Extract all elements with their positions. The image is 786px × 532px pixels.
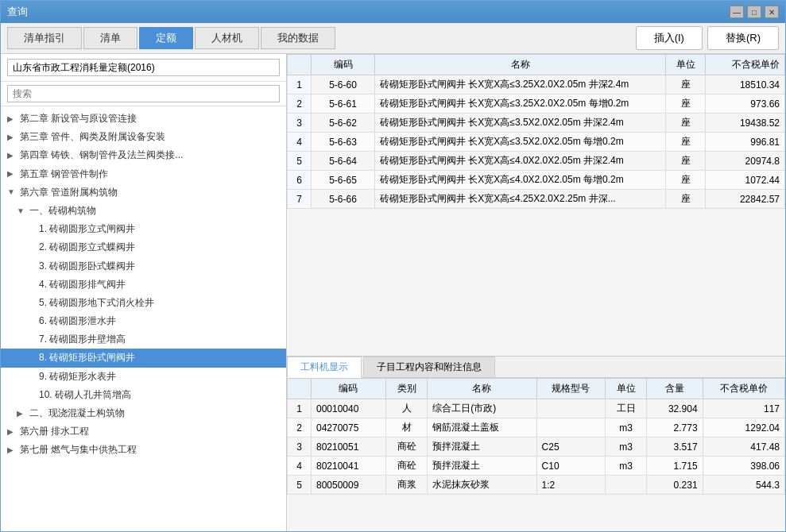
tree-item[interactable]: 3. 砖砌圆形卧式蝶阀井	[1, 257, 286, 276]
tab-qingdan-zhiyin[interactable]: 清单指引	[7, 27, 82, 49]
table-row[interactable]: 7 5-6-66 砖砌矩形卧式闸阀井 长X宽X高≤4.25X2.0X2.25m …	[288, 190, 785, 209]
collapsed-arrow-icon: ▶	[7, 131, 17, 144]
tree-item[interactable]: 10. 砖砌人孔井筒增高	[1, 386, 286, 404]
tab-mydata[interactable]: 我的数据	[261, 27, 335, 49]
table-row[interactable]: 3 5-6-62 砖砌矩形卧式闸阀井 长X宽X高≤3.5X2.0X2.05m 井…	[288, 114, 785, 133]
minimize-button[interactable]: —	[730, 6, 744, 18]
tab-qingdan[interactable]: 清单	[83, 27, 137, 49]
tab-zixiang[interactable]: 子目工程内容和附注信息	[363, 357, 495, 377]
expanded-arrow-icon: ▼	[17, 205, 26, 218]
row-category: 商砼	[385, 438, 427, 457]
tree-item[interactable]: 7. 砖砌圆形井壁增高	[1, 330, 286, 349]
tree-item[interactable]: 5. 砖砌圆形地下式消火栓井	[1, 294, 286, 312]
tree-item-label: 第六册 排水工程	[20, 424, 89, 439]
tree-item[interactable]: ▶第二章 新设管与原设管连接	[1, 110, 286, 128]
row-price: 19438.52	[706, 114, 785, 133]
title-bar: 查询 — □ ✕	[1, 1, 785, 23]
bottom-col-code: 编码	[312, 379, 386, 399]
tree-item-label: 第二章 新设管与原设管连接	[20, 111, 137, 126]
tree-item-label: 第七册 燃气与集中供热工程	[20, 442, 137, 457]
tab-dinge[interactable]: 定额	[139, 27, 193, 49]
row-amount: 2.773	[647, 418, 703, 438]
close-button[interactable]: ✕	[765, 6, 779, 18]
row-unit: m3	[605, 418, 646, 438]
collapsed-arrow-icon: ▶	[7, 113, 17, 125]
search-input[interactable]	[7, 85, 280, 102]
row-name: 综合工日(市政)	[428, 399, 536, 418]
row-spec: C25	[536, 438, 605, 457]
tree-item[interactable]: 2. 砖砌圆形立式蝶阀井	[1, 238, 286, 256]
table-row[interactable]: 1 00010040 人 综合工日(市政) 工日 32.904 117	[288, 399, 785, 418]
tree-item-label: 3. 砖砌圆形卧式蝶阀井	[39, 259, 135, 274]
tree-item[interactable]: 4. 砖砌圆形排气阀井	[1, 276, 286, 294]
table-row[interactable]: 4 5-6-63 砖砌矩形卧式闸阀井 长X宽X高≤3.5X2.0X2.05m 每…	[288, 133, 785, 152]
tree-item[interactable]: ▶第六册 排水工程	[1, 422, 286, 441]
row-amount: 0.231	[647, 476, 703, 495]
row-num: 3	[288, 438, 312, 457]
table-row[interactable]: 5 80050009 商浆 水泥抹灰砂浆 1:2 0.231 544.3	[288, 476, 785, 495]
bottom-col-amount: 含量	[647, 379, 703, 399]
row-num: 1	[288, 399, 312, 418]
expanded-arrow-icon: ▼	[7, 186, 17, 199]
bottom-table-container: 编码 类别 名称 规格型号 单位 含量 不含税单价 1 00010040 人	[287, 378, 785, 531]
replace-button[interactable]: 替换(R)	[707, 26, 779, 50]
row-price: 1072.44	[706, 171, 785, 190]
tree-item[interactable]: ▼一、砖砌构筑物	[1, 202, 286, 220]
tree-item[interactable]: 1. 砖砌圆形立式闸阀井	[1, 220, 286, 238]
table-row[interactable]: 5 5-6-64 砖砌矩形卧式闸阀井 长X宽X高≤4.0X2.0X2.05m 井…	[288, 152, 785, 171]
col-num-header	[288, 55, 312, 75]
row-amount: 3.517	[647, 438, 703, 457]
insert-button[interactable]: 插入(I)	[636, 26, 703, 50]
tree-item[interactable]: 9. 砖砌矩形水表井	[1, 368, 286, 386]
tree-item[interactable]: ▶第三章 管件、阀类及附属设备安装	[1, 128, 286, 146]
bottom-tabs: 工料机显示 子目工程内容和附注信息	[287, 357, 785, 378]
table-row[interactable]: 1 5-6-60 砖砌矩形卧式闸阀井 长X宽X高≤3.25X2.0X2.05m …	[288, 75, 785, 94]
row-code: 80050009	[312, 476, 386, 495]
tree-item-label: 第三章 管件、阀类及附属设备安装	[20, 129, 165, 145]
main-content: 山东省市政工程消耗量定额(2016) ▶第二章 新设管与原设管连接▶第三章 管件…	[1, 54, 785, 531]
dropdown-row: 山东省市政工程消耗量定额(2016)	[1, 54, 286, 82]
row-name: 砖砌矩形卧式闸阀井 长X宽X高≤4.25X2.0X2.25m 井深...	[375, 190, 666, 209]
restore-button[interactable]: □	[747, 6, 761, 18]
tree-item[interactable]: 8. 砖砌矩形卧式闸阀井	[1, 349, 286, 367]
row-num: 4	[288, 457, 312, 476]
collapsed-arrow-icon: ▶	[7, 168, 17, 180]
row-code: 5-6-62	[312, 114, 375, 133]
row-unit: 工日	[605, 399, 646, 418]
tree-item[interactable]: ▶第七册 燃气与集中供热工程	[1, 441, 286, 459]
tree-item[interactable]: ▼第六章 管道附属构筑物	[1, 183, 286, 202]
row-code: 5-6-66	[312, 190, 375, 209]
main-window: 查询 — □ ✕ 清单指引 清单 定额 人材机 我的数据 插入(I) 替换(R)…	[0, 0, 786, 532]
table-row[interactable]: 2 04270075 材 钢筋混凝土盖板 m3 2.773 1292.04	[288, 418, 785, 438]
table-row[interactable]: 6 5-6-65 砖砌矩形卧式闸阀井 长X宽X高≤4.0X2.0X2.05m 每…	[288, 171, 785, 190]
row-price: 398.06	[703, 457, 784, 476]
row-name: 预拌混凝土	[428, 438, 536, 457]
tab-gongliaoji[interactable]: 工料机显示	[287, 357, 362, 378]
tab-rencaiji[interactable]: 人材机	[195, 27, 259, 49]
table-row[interactable]: 2 5-6-61 砖砌矩形卧式闸阀井 长X宽X高≤3.25X2.0X2.05m …	[288, 94, 785, 114]
row-name: 水泥抹灰砂浆	[428, 476, 536, 495]
bottom-col-spec: 规格型号	[536, 379, 605, 399]
row-code: 80210051	[312, 438, 386, 457]
table-row[interactable]: 3 80210051 商砼 预拌混凝土 C25 m3 3.517 417.48	[288, 438, 785, 457]
row-name: 砖砌矩形卧式闸阀井 长X宽X高≤4.0X2.0X2.05m 井深2.4m	[375, 152, 666, 171]
row-num: 3	[288, 114, 312, 133]
row-code: 00010040	[312, 399, 386, 418]
row-spec	[536, 418, 605, 438]
row-num: 7	[288, 190, 312, 209]
table-row[interactable]: 4 80210041 商砼 预拌混凝土 C10 m3 1.715 398.06	[288, 457, 785, 476]
row-name: 砖砌矩形卧式闸阀井 长X宽X高≤3.5X2.0X2.05m 井深2.4m	[375, 114, 666, 133]
tree-item-label: 10. 砖砌人孔井筒增高	[39, 387, 131, 403]
tree-item[interactable]: ▶第五章 钢管管件制作	[1, 165, 286, 183]
row-num: 5	[288, 476, 312, 495]
row-category: 人	[385, 399, 427, 418]
row-category: 商砼	[385, 457, 427, 476]
col-price-header: 不含税单价	[706, 55, 785, 75]
quota-dropdown[interactable]: 山东省市政工程消耗量定额(2016)	[7, 59, 280, 76]
row-num: 5	[288, 152, 312, 171]
tree-item[interactable]: ▶二、现浇混凝土构筑物	[1, 404, 286, 422]
tree-item[interactable]: 6. 砖砌圆形泄水井	[1, 312, 286, 330]
tree-item[interactable]: ▶第四章 铸铁、钢制管件及法兰阀类接...	[1, 146, 286, 164]
row-price: 417.48	[703, 438, 784, 457]
row-num: 6	[288, 171, 312, 190]
